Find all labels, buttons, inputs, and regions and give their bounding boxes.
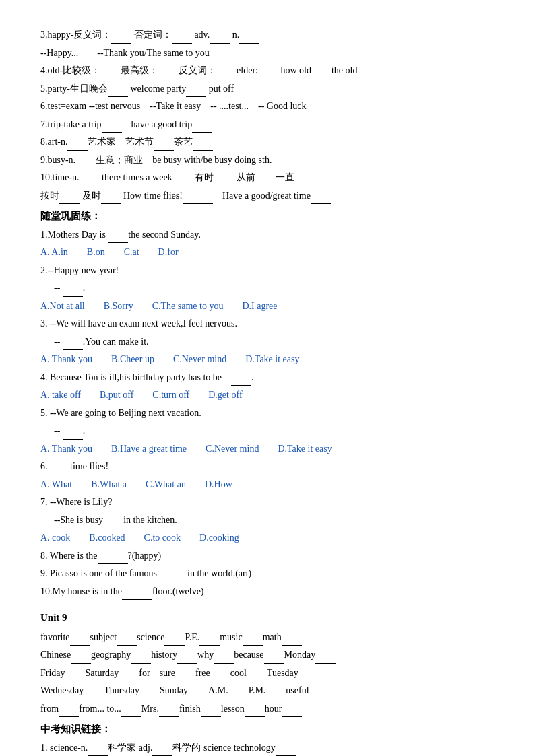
line-4-old: 4.old-比较级：最高级：反义词：elder: how oldthe old [40,63,501,79]
q5: 5. --We are going to Beijing next vacati… [40,405,501,422]
unit9-vocab-2: ChinesegeographyhistorywhybecauseMonday [40,647,501,664]
line-7-trip: 7.trip-take a trip have a good trip [40,116,501,133]
line-6-test: 6.test=exam --test nervous --Take it eas… [40,98,501,115]
q10: 10.My house is in thefloor.(twelve) [40,584,501,600]
line-5-party: 5.party-生日晚会 welcome party put off [40,81,501,98]
line-3-happy: 3.happy-反义词： 否定词： adv. n. [40,27,501,44]
q3: 3. --We will have an exam next week,I fe… [40,316,501,333]
q5-blank: -- . [54,423,501,440]
line-8-art: 8.art-n.艺术家 艺术节茶艺 [40,134,501,151]
section-practice-title: 随堂巩固练： [40,208,501,226]
q5-options: A. Thank you B.Have a great time C.Never… [40,441,501,458]
q2-blank: -- . [54,280,501,297]
main-content: 3.happy-反义词： 否定词： adv. n. --Happy... --T… [40,27,501,756]
q4: 4. Because Ton is ill,his birthday party… [40,370,501,386]
line-10-time: 10.time-n. there times a week 有时 从前一直 [40,170,501,186]
unit9-title: Unit 9 [40,609,501,627]
line-time-phrases: 按时 及时 How time flies! Have a good/great … [40,188,501,205]
q1-options: A. A.in B.on C.at D.for [40,244,501,261]
q3-options: A. Thank you B.Cheer up C.Never mind D.T… [40,351,501,368]
q4-options: A. take off B.put off C.turn off D.get o… [40,387,501,404]
zhongkao-title: 中考知识链接： [40,721,501,738]
q7-options: A. cook B.cooked C.to cook D.cooking [40,530,501,547]
q6: 6. time flies! [40,458,501,475]
line-happy-phrases: --Happy... --Thank you/The same to you [40,45,501,62]
q2-options: A.Not at all B.Sorry C.The same to you D… [40,298,501,315]
q2: 2.--Happy new year! [40,263,501,279]
unit9-vocab-1: favoritesubjectscienceP.E.musicmath [40,629,501,646]
q7-blank: --She is busyin the kitchen. [54,512,501,529]
q7: 7. --Where is Lily? [40,494,501,511]
q6-options: A. What B.What a C.What an D.How [40,477,501,493]
q3-blank: -- .You can make it. [54,334,501,351]
unit9-vocab-3: FridaySaturdayfor surefreecoolTuesday [40,665,501,682]
q9: 9. Picasso is one of the famousin the wo… [40,565,501,582]
unit9-vocab-4: WednesdayThursdaySundayA.M.P.M.useful [40,683,501,699]
q8: 8. Where is the?(happy) [40,548,501,565]
line-9-busy: 9.busy-n.生意；商业 be busy with/be busy doin… [40,152,501,169]
unit9-vocab-5: fromfrom... to...Mrs.finishlessonhour [40,701,501,718]
q1: 1.Mothers Day is the second Sunday. [40,227,501,244]
zk1: 1. science-n.科学家 adj.科学的 science technol… [40,740,501,757]
